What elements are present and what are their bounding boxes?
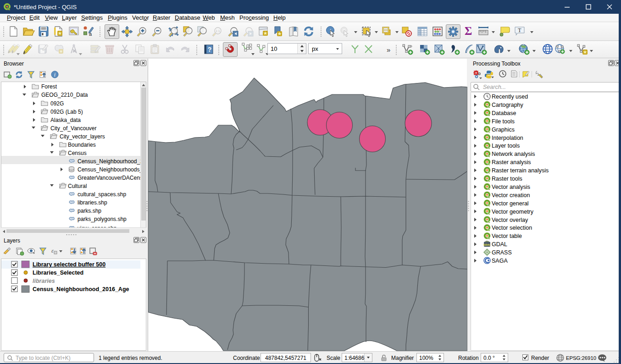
svg-text:Vector selection: Vector selection — [492, 225, 532, 231]
svg-text:GreaterVancouverDACensus: GreaterVancouverDACensus — [78, 175, 140, 181]
svg-text:Census_Neighbourhood_2016: Census_Neighbourhood_2016 — [78, 158, 140, 165]
svg-text:parks.shp: parks.shp — [78, 208, 101, 214]
svg-text:City_vector_layers: City_vector_layers — [60, 133, 105, 140]
svg-text:Vector geometry: Vector geometry — [492, 209, 534, 215]
svg-text:Boundaries: Boundaries — [68, 142, 96, 148]
svg-text:Forest: Forest — [41, 83, 57, 90]
svg-text:092G: 092G — [50, 100, 64, 107]
svg-text:GDAL: GDAL — [483, 243, 491, 246]
svg-text:SAGA: SAGA — [492, 258, 508, 264]
svg-text:Cartography: Cartography — [492, 102, 524, 108]
svg-text:a: a — [89, 31, 92, 37]
svg-text:Σ: Σ — [465, 25, 472, 37]
svg-text:Vector table: Vector table — [492, 233, 522, 239]
svg-text:GDAL: GDAL — [492, 241, 507, 248]
svg-text:Alaska_data: Alaska_data — [50, 117, 81, 123]
svg-text:»: » — [387, 46, 390, 54]
svg-text:File tools: File tools — [492, 118, 515, 125]
svg-text:Database: Database — [492, 110, 516, 116]
svg-text:Libraries_Selected: Libraries_Selected — [33, 270, 83, 276]
svg-text:parks_polygons.shp: parks_polygons.shp — [78, 216, 127, 222]
svg-text:?: ? — [208, 46, 212, 53]
svg-text:cultural_spaces.shp: cultural_spaces.shp — [78, 191, 126, 198]
svg-text:libraries.shp: libraries.shp — [78, 199, 107, 206]
svg-text:1:1: 1:1 — [216, 29, 220, 33]
svg-text:Census_Neighbourhoods_201: Census_Neighbourhoods_201 — [78, 166, 140, 173]
svg-text:T: T — [518, 27, 521, 33]
svg-text:Vector analysis: Vector analysis — [492, 184, 530, 190]
svg-text:Cultural: Cultural — [68, 183, 87, 189]
svg-text:Interpolation: Interpolation — [492, 135, 523, 141]
svg-text:City_of_Vancouver: City_of_Vancouver — [50, 125, 97, 132]
svg-text:Census_Neighbourhood_2016_Age: Census_Neighbourhood_2016_Age — [33, 286, 129, 292]
svg-text:Vector overlay: Vector overlay — [492, 217, 528, 223]
svg-text:Library selected buffer 500: Library selected buffer 500 — [33, 261, 105, 268]
svg-text:Vector creation: Vector creation — [492, 192, 530, 199]
svg-text:Raster analysis: Raster analysis — [492, 159, 531, 165]
svg-text:GRASS: GRASS — [492, 249, 512, 256]
svg-text:Raster tools: Raster tools — [492, 176, 522, 182]
svg-text:Vector general: Vector general — [492, 200, 529, 207]
svg-text:ε: ε — [51, 247, 54, 254]
svg-text:Recently used: Recently used — [492, 94, 528, 100]
svg-text:i: i — [54, 72, 55, 78]
svg-text:Graphics: Graphics — [492, 127, 515, 133]
svg-text:Layer tools: Layer tools — [492, 143, 520, 149]
svg-text:092G (Lab 5): 092G (Lab 5) — [50, 109, 83, 115]
svg-text:libraries: libraries — [33, 278, 55, 284]
svg-text:Network analysis: Network analysis — [492, 151, 535, 157]
svg-text:Raster terrain analysis: Raster terrain analysis — [492, 167, 549, 174]
svg-text:Census: Census — [68, 150, 87, 156]
svg-text:GEOG_2210_Data: GEOG_2210_Data — [41, 92, 88, 98]
